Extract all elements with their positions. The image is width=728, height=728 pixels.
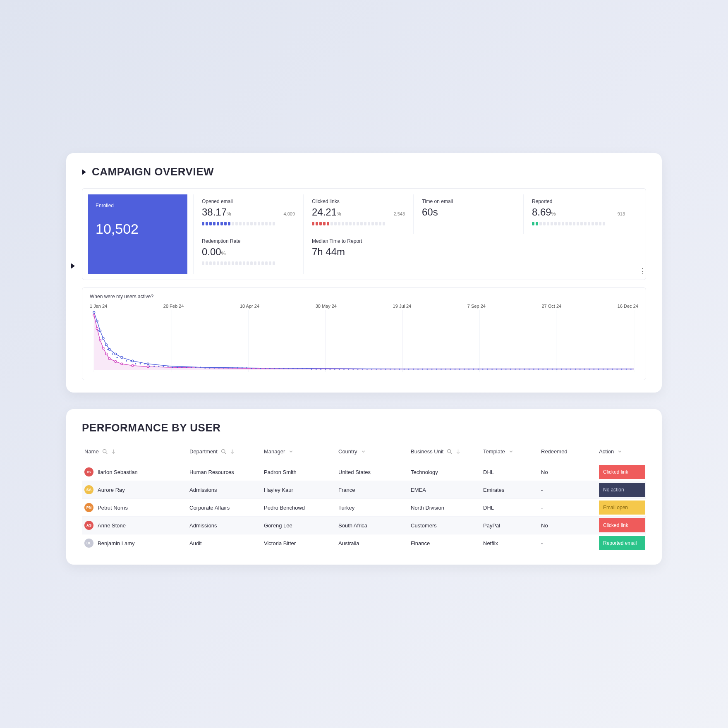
svg-point-120 xyxy=(612,369,613,370)
col-c-name[interactable]: Name xyxy=(82,444,189,459)
action-badge: Clicked link xyxy=(599,465,645,479)
expand-icon[interactable] xyxy=(82,169,86,175)
action-badge: Clicked link xyxy=(599,518,645,532)
col-c-bu[interactable]: Business Unit xyxy=(411,448,483,455)
svg-point-79 xyxy=(422,369,423,370)
svg-point-58 xyxy=(325,369,326,370)
col-c-red[interactable]: Redeemed xyxy=(541,448,599,455)
svg-point-72 xyxy=(390,369,391,370)
metric-1: Clicked links24.21%2,543 xyxy=(303,194,413,234)
svg-point-41 xyxy=(246,367,247,369)
svg-point-140 xyxy=(108,348,110,350)
svg-point-44 xyxy=(260,368,261,369)
svg-point-127 xyxy=(99,339,101,341)
svg-point-64 xyxy=(352,369,354,370)
svg-point-23 xyxy=(163,366,164,367)
svg-point-102 xyxy=(529,369,530,370)
col-c-mgr[interactable]: Manager xyxy=(264,448,338,455)
col-c-dept[interactable]: Department xyxy=(189,448,264,455)
metric-2: Time on email60s xyxy=(413,194,523,234)
side-expand-icon[interactable] xyxy=(71,263,75,269)
svg-point-112 xyxy=(575,369,576,370)
svg-point-124 xyxy=(630,369,632,370)
svg-point-53 xyxy=(302,368,303,369)
activity-chart: When were my users active? 1 Jan 2420 Fe… xyxy=(82,287,646,380)
svg-line-149 xyxy=(225,453,226,454)
svg-point-65 xyxy=(357,369,359,370)
svg-point-76 xyxy=(408,369,410,370)
svg-point-92 xyxy=(482,369,484,370)
svg-point-45 xyxy=(265,368,266,369)
svg-point-148 xyxy=(222,450,225,453)
x-tick: 10 Apr 24 xyxy=(240,304,259,309)
overview-title: CAMPAIGN OVERVIEW xyxy=(92,165,214,178)
svg-point-100 xyxy=(519,369,520,370)
svg-point-48 xyxy=(278,368,280,369)
svg-point-117 xyxy=(598,369,599,370)
svg-line-146 xyxy=(106,453,107,454)
svg-point-139 xyxy=(105,344,108,346)
svg-point-39 xyxy=(237,367,238,369)
svg-point-97 xyxy=(505,369,507,370)
svg-point-85 xyxy=(450,369,451,370)
svg-point-145 xyxy=(103,450,106,453)
avatar: BL xyxy=(84,539,93,548)
svg-point-19 xyxy=(144,363,146,364)
svg-point-144 xyxy=(147,363,149,365)
svg-point-141 xyxy=(115,353,117,355)
svg-point-131 xyxy=(115,361,117,363)
chart-title: When were my users active? xyxy=(90,294,638,299)
svg-point-15 xyxy=(126,360,127,362)
table-row[interactable]: PNPetrut NorrisCorporate AffairsPedro Be… xyxy=(82,499,646,517)
svg-point-55 xyxy=(311,369,312,370)
svg-point-105 xyxy=(542,369,544,370)
avatar: AS xyxy=(84,521,93,530)
svg-point-54 xyxy=(306,368,307,369)
svg-point-21 xyxy=(153,366,155,367)
action-badge: Email open xyxy=(599,500,645,515)
col-c-act[interactable]: Action xyxy=(599,448,645,455)
svg-point-132 xyxy=(121,363,123,365)
svg-point-62 xyxy=(343,369,345,370)
svg-point-78 xyxy=(417,369,419,370)
svg-point-88 xyxy=(464,369,465,370)
col-c-ctry[interactable]: Country xyxy=(338,448,411,455)
performance-card: PERFORMANCE BY USER NameDepartmentManage… xyxy=(66,409,662,565)
table-row[interactable]: ASAnne StoneAdmissionsGoreng LeeSouth Af… xyxy=(82,517,646,534)
svg-point-75 xyxy=(403,369,405,370)
svg-point-33 xyxy=(209,367,210,369)
svg-point-50 xyxy=(288,368,289,369)
svg-point-40 xyxy=(242,367,243,369)
svg-point-60 xyxy=(334,369,335,370)
svg-point-104 xyxy=(538,369,539,370)
svg-point-107 xyxy=(552,369,553,370)
svg-point-119 xyxy=(607,369,608,370)
x-tick: 7 Sep 24 xyxy=(467,304,486,309)
svg-point-87 xyxy=(459,369,460,370)
svg-point-59 xyxy=(329,369,330,370)
table-row[interactable]: ISIlarion SebastianHuman ResourcesPadron… xyxy=(82,463,646,481)
svg-point-121 xyxy=(616,369,618,370)
svg-point-106 xyxy=(547,369,548,370)
table-row[interactable]: BLBenjamin LamyAuditVictoria BitterAustr… xyxy=(82,534,646,552)
svg-point-28 xyxy=(186,367,187,368)
svg-point-96 xyxy=(500,369,502,370)
svg-point-37 xyxy=(228,367,229,369)
svg-point-73 xyxy=(394,369,395,370)
svg-point-125 xyxy=(93,314,95,316)
svg-point-77 xyxy=(413,369,414,370)
metric-0: Opened email38.17%4,009 xyxy=(193,194,303,234)
x-tick: 19 Jul 24 xyxy=(393,304,412,309)
table-row[interactable]: SAAurore RayAdmissionsHayley KaurFranceE… xyxy=(82,481,646,499)
svg-point-133 xyxy=(132,364,134,366)
svg-point-95 xyxy=(496,369,497,370)
svg-point-67 xyxy=(366,369,368,370)
svg-point-52 xyxy=(297,368,298,369)
svg-point-128 xyxy=(102,347,104,349)
svg-point-51 xyxy=(292,368,294,369)
kebab-menu-icon[interactable]: ⋮ xyxy=(639,266,646,280)
svg-point-83 xyxy=(441,369,442,370)
svg-point-56 xyxy=(316,369,317,370)
col-c-tpl[interactable]: Template xyxy=(483,448,541,455)
svg-point-12 xyxy=(112,353,113,354)
